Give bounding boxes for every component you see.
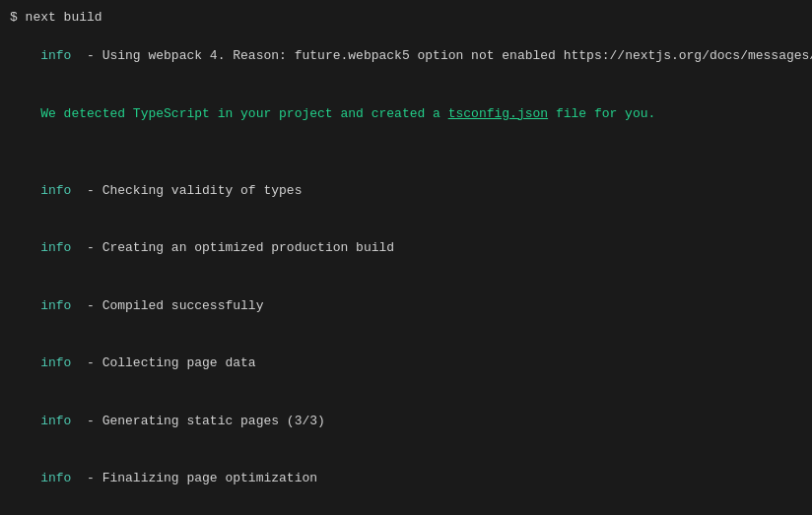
info-line-2: info - Creating an optimized production … [10, 220, 802, 278]
info-label-3: info [40, 298, 71, 313]
info-label-2: info [40, 240, 71, 255]
info-label-6: info [40, 471, 71, 485]
webpack-info-text: - Using webpack 4. Reason: future.webpac… [71, 48, 812, 63]
info-text-6: - Finalizing page optimization [71, 471, 317, 485]
info-label-webpack: info [40, 48, 71, 63]
info-line-4: info - Collecting page data [10, 335, 802, 393]
info-text-2: - Creating an optimized production build [71, 240, 394, 255]
typescript-text1: We detected TypeScript in your project a… [40, 106, 447, 121]
typescript-line: We detected TypeScript in your project a… [10, 85, 802, 143]
terminal: $ next build info - Using webpack 4. Rea… [10, 8, 802, 515]
info-text-4: - Collecting page data [71, 355, 255, 370]
info-line-6: info - Finalizing page optimization [10, 450, 802, 508]
blank-line-2 [10, 507, 802, 515]
typescript-text2: file for you. [548, 106, 655, 121]
info-text-3: - Compiled successfully [71, 298, 263, 313]
info-text-5: - Generating static pages (3/3) [71, 414, 324, 428]
info-label-4: info [40, 355, 71, 370]
info-line-1: info - Checking validity of types [10, 161, 802, 220]
info-line-3: info - Compiled successfully [10, 277, 802, 335]
info-line-5: info - Generating static pages (3/3) [10, 392, 802, 450]
typescript-filename: tsconfig.json [448, 106, 548, 121]
info-text-1: - Checking validity of types [71, 183, 302, 198]
info-label-5: info [40, 414, 71, 428]
prompt-line: $ next build [10, 8, 802, 28]
blank-line-1 [10, 143, 802, 162]
webpack-info-line: info - Using webpack 4. Reason: future.w… [10, 28, 802, 86]
info-label-1: info [40, 183, 71, 198]
